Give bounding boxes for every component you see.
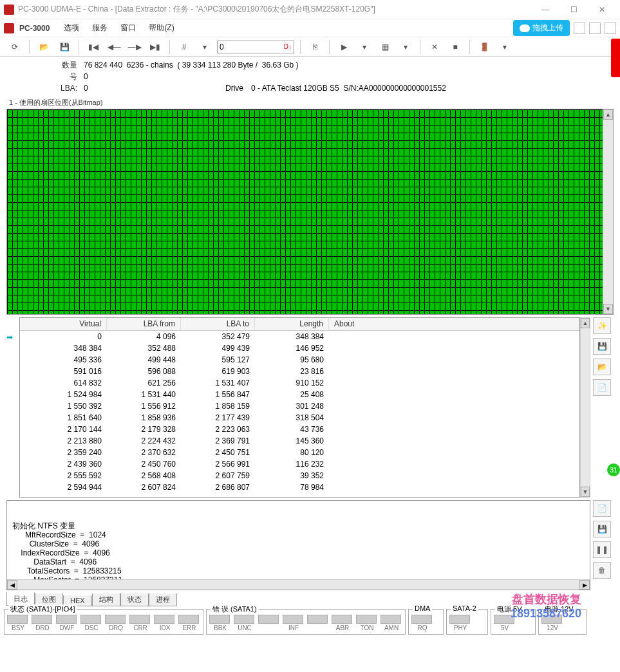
led-label: DRD	[32, 624, 53, 631]
mdi-min-button[interactable]	[574, 23, 585, 34]
cell: 2 555 592	[20, 471, 107, 480]
tab-log[interactable]: 日志	[6, 592, 35, 606]
tool-open-icon[interactable]: 📂	[593, 359, 611, 375]
close-button[interactable]: ✕	[588, 1, 616, 19]
led-box	[56, 615, 77, 624]
menu-options[interactable]: 选项	[59, 21, 84, 35]
refresh-icon[interactable]: ⟳	[6, 39, 23, 55]
upload-button[interactable]: 拖拽上传	[513, 20, 570, 36]
table-row[interactable]: 1 550 3921 556 9121 858 159301 248	[20, 400, 579, 412]
table-scrollbar[interactable]: ▲ ▼	[580, 317, 590, 498]
table-row[interactable]: 2 170 1442 179 3282 223 06343 736	[20, 424, 579, 435]
table-row[interactable]: 2 439 3602 450 7602 566 991116 232	[20, 458, 579, 470]
menu-app-icon	[4, 23, 14, 33]
table-row[interactable]: 614 832621 2561 531 407910 152	[20, 377, 579, 389]
led	[307, 615, 329, 631]
chain-table-area: ➡ Virtual LBA from LBA to Length About 0…	[6, 317, 614, 498]
table-row[interactable]: 348 384352 488499 439146 952	[20, 342, 579, 354]
led-box	[411, 615, 432, 624]
col-virtual[interactable]: Virtual	[20, 318, 107, 330]
log-tool-doc-icon[interactable]: 📄	[593, 500, 611, 517]
goto-icon[interactable]: D↓	[284, 43, 292, 50]
table-scroll-down-icon[interactable]: ▼	[581, 487, 590, 497]
exit-icon[interactable]: 🚪	[476, 39, 493, 55]
tab-process[interactable]: 进程	[149, 593, 177, 606]
col-lba-to[interactable]: LBA to	[181, 318, 255, 330]
mdi-restore-button[interactable]	[589, 23, 601, 34]
bitmap-scrollbar[interactable]: ▲ ▼	[603, 109, 613, 314]
play-dropdown-icon[interactable]: ▾	[356, 39, 373, 55]
hscroll-right-icon[interactable]: ▶	[579, 580, 590, 590]
cell: 2 450 751	[181, 448, 255, 457]
address-input[interactable]: 0 D↓	[217, 41, 294, 53]
menu-service[interactable]: 服务	[87, 21, 113, 35]
last-icon[interactable]: ▶▮	[147, 39, 164, 55]
cell: 39 352	[255, 471, 329, 480]
tab-status[interactable]: 状态	[120, 593, 149, 606]
table-row[interactable]: 2 213 8802 224 4322 369 791145 360	[20, 435, 579, 447]
log-tool-save-icon[interactable]: 💾	[593, 521, 611, 537]
window-title: PC-3000 UDMA-E - China - [Data Extractor…	[18, 4, 531, 15]
log-box[interactable]: 初始化 NTFS 变量 MftRecordSize = 1024 Cluster…	[6, 500, 590, 590]
led-box	[494, 615, 514, 624]
stop-icon[interactable]: ■	[447, 39, 464, 55]
save-icon[interactable]: 💾	[56, 39, 73, 55]
sector-bitmap[interactable]	[7, 109, 603, 314]
next-icon[interactable]: —▶	[126, 39, 143, 55]
led-label: UNC	[234, 624, 256, 631]
export-icon[interactable]: ⎘	[306, 39, 323, 55]
table-row[interactable]: 2 555 5922 568 4082 607 75939 352	[20, 470, 579, 481]
matrix-icon[interactable]: ▦	[377, 39, 393, 55]
table-row[interactable]: 2 359 2402 370 6322 450 75180 120	[20, 447, 579, 458]
tool-doc-icon[interactable]: 📄	[593, 379, 611, 396]
chain-table[interactable]: Virtual LBA from LBA to Length About 04 …	[19, 317, 580, 498]
scroll-up-icon[interactable]: ▲	[603, 109, 613, 120]
log-tool-clear-icon[interactable]: 🗑	[593, 562, 611, 579]
tool-save-icon[interactable]: 💾	[593, 338, 611, 355]
tab-structure[interactable]: 结构	[92, 593, 120, 606]
table-row[interactable]: 1 851 6401 858 9362 177 439318 504	[20, 412, 579, 424]
cell: 499 448	[107, 355, 181, 364]
table-row[interactable]: 591 016596 088619 90323 816	[20, 366, 579, 377]
status-group-sata2: SATA-2 PHY	[446, 609, 488, 635]
tools-icon[interactable]: ✕	[426, 39, 443, 55]
col-length[interactable]: Length	[255, 318, 329, 330]
open-icon[interactable]: 📂	[35, 39, 52, 55]
matrix-dropdown-icon[interactable]: ▾	[397, 39, 414, 55]
log-tool-pause-icon[interactable]: ❚❚	[593, 541, 611, 558]
table-row[interactable]: 495 336499 448595 12795 680	[20, 354, 579, 366]
table-row[interactable]: 2 594 9442 607 8242 686 80778 984	[20, 481, 579, 493]
first-icon[interactable]: ▮◀	[85, 39, 102, 55]
col-lba-from[interactable]: LBA from	[107, 318, 181, 330]
log-hscrollbar[interactable]: ◀ ▶	[7, 579, 590, 590]
menu-help[interactable]: 帮助(Z)	[144, 21, 179, 35]
led-box	[356, 615, 377, 624]
exit-dropdown-icon[interactable]: ▾	[496, 39, 513, 55]
hscroll-left-icon[interactable]: ◀	[7, 580, 17, 590]
led: CRR	[129, 615, 151, 631]
led-label: ABR	[332, 624, 353, 631]
table-row[interactable]: 1 524 9841 531 4401 556 84725 408	[20, 389, 579, 400]
cell: 2 607 759	[181, 471, 255, 480]
right-dock-icon[interactable]	[611, 39, 620, 77]
hscroll-track[interactable]	[17, 580, 579, 590]
minimize-button[interactable]: —	[531, 1, 559, 19]
table-scroll-track[interactable]	[581, 328, 590, 487]
mdi-close-button[interactable]	[605, 23, 616, 34]
dropdown-icon[interactable]: ▾	[196, 39, 213, 55]
led: PHY	[449, 615, 471, 631]
led-box	[105, 615, 126, 624]
tool-new-icon[interactable]: ✨	[593, 317, 611, 334]
right-badge[interactable]: 31	[607, 463, 620, 476]
col-about[interactable]: About	[329, 318, 579, 330]
play-icon[interactable]: ▶	[335, 39, 352, 55]
menu-window[interactable]: 窗口	[115, 21, 141, 35]
cell: 1 858 936	[107, 413, 181, 422]
prev-icon[interactable]: ◀—	[106, 39, 122, 55]
table-scroll-up-icon[interactable]: ▲	[581, 318, 590, 328]
scroll-down-icon[interactable]: ▼	[603, 304, 613, 314]
table-row[interactable]: 04 096352 479348 384	[20, 331, 579, 342]
maximize-button[interactable]: ☐	[559, 1, 588, 19]
grid-icon[interactable]: #	[176, 39, 193, 55]
scroll-track[interactable]	[603, 120, 613, 304]
